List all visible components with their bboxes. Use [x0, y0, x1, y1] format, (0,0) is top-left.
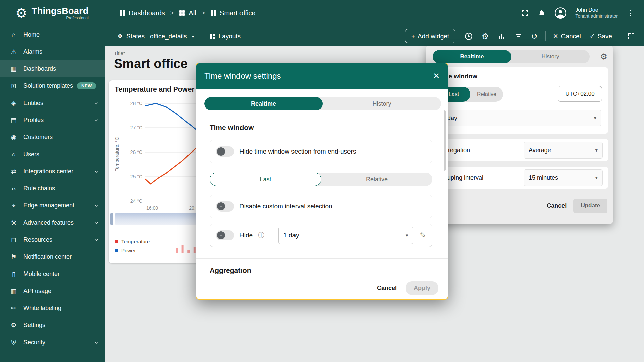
hide-time-window-toggle[interactable]: − [216, 146, 234, 157]
sidebar-item-mobile-center[interactable]: ▯Mobile center [0, 265, 105, 283]
panel-interval-select[interactable]: 1 day ▾ [437, 110, 601, 126]
info-icon[interactable]: ⓘ [258, 231, 264, 240]
api-usage-icon: ▥ [9, 287, 19, 295]
sidebar-item-settings[interactable]: ⚙Settings [0, 317, 105, 334]
hide-interval-row: − Hide ⓘ 1 day ▾ ✎ [210, 224, 432, 247]
modal-scrollbar[interactable] [444, 110, 446, 171]
panel-tab-realtime[interactable]: Realtime [433, 50, 511, 63]
svg-text:Temperature, °C: Temperature, °C [114, 137, 120, 171]
modal-tab-realtime[interactable]: Realtime [204, 97, 323, 110]
modal-interval-select[interactable]: 1 day ▾ [278, 227, 413, 244]
panel-cancel-button[interactable]: Cancel [547, 202, 567, 209]
sidebar-item-notification-center[interactable]: ⚑Notification center [0, 248, 105, 265]
panel-update-button[interactable]: Update [573, 199, 607, 213]
close-icon: ✕ [553, 32, 558, 40]
hide-interval-toggle[interactable]: − [216, 230, 234, 240]
time-window-settings-modal: Time window settings ✕ Realtime History … [196, 63, 448, 300]
grouping-interval-select[interactable]: 15 minutes ▾ [524, 169, 603, 186]
timezone-button[interactable]: UTC+02:00 [558, 86, 602, 102]
sidebar-item-edge-management[interactable]: ⌖Edge management [0, 197, 105, 214]
states-selector[interactable]: ❖ States office_details ▾ [117, 32, 194, 40]
aggregation-select[interactable]: Average ▾ [524, 142, 603, 159]
users-icon: ○ [9, 151, 19, 158]
modal-section-divider [196, 258, 448, 259]
sidebar-item-api-usage[interactable]: ▥API usage [0, 283, 105, 300]
sidebar-item-alarms[interactable]: ⚠Alarms [0, 43, 105, 60]
chevron-down-icon [94, 203, 99, 208]
breadcrumb-all[interactable]: All [179, 9, 196, 17]
sidebar-item-home[interactable]: ⌂Home [0, 26, 105, 43]
breadcrumb-separator: > [170, 10, 174, 17]
disable-custom-interval-row: − Disable custom interval selection [210, 195, 432, 218]
legend-item-temperature[interactable]: Temperature [115, 239, 150, 244]
panel-settings-gear-icon[interactable]: ⚙ [600, 52, 607, 61]
dashboard-grid-icon [179, 10, 185, 16]
entity-aliases-chart-icon[interactable] [498, 32, 506, 40]
add-widget-button[interactable]: + Add widget [405, 29, 455, 43]
version-history-icon[interactable]: ↺ [531, 32, 538, 41]
sidebar-item-entities[interactable]: ◈Entities [0, 95, 105, 112]
modal-relative-option[interactable]: Relative [321, 173, 432, 186]
range-selector-handle[interactable] [110, 213, 113, 225]
filters-icon[interactable] [515, 32, 523, 40]
sidebar-item-label: API usage [23, 288, 51, 295]
sidebar-item-dashboards[interactable]: ▦Dashboards [0, 60, 105, 77]
sidebar-item-label: Integrations center [23, 168, 73, 175]
top-header: ⚙ ThingsBoard Professional Dashboards > … [0, 0, 644, 26]
sidebar-item-customers[interactable]: ◉Customers [0, 129, 105, 146]
sidebar-item-rule-chains[interactable]: ‹›Rule chains [0, 180, 105, 197]
thingsboard-logo[interactable]: ⚙ ThingsBoard Professional [0, 6, 105, 20]
panel-relative-option[interactable]: Relative [470, 87, 503, 102]
modal-tabs: Realtime History [204, 97, 441, 110]
sidebar-item-resources[interactable]: ⊟Resources [0, 231, 105, 248]
sidebar-item-users[interactable]: ○Users [0, 146, 105, 163]
edit-pencil-icon[interactable]: ✎ [420, 231, 426, 240]
sidebar-item-solution-templates[interactable]: ⊞Solution templatesNEW [0, 77, 105, 95]
sidebar-item-profiles[interactable]: ▤Profiles [0, 112, 105, 129]
sidebar-item-integrations-center[interactable]: ⇄Integrations center [0, 163, 105, 180]
cancel-edit-button[interactable]: ✕ Cancel [553, 32, 581, 40]
panel-tab-history[interactable]: History [511, 50, 590, 63]
sidebar-item-label: Security [23, 339, 45, 346]
disable-custom-interval-toggle[interactable]: − [216, 201, 234, 212]
modal-cancel-button[interactable]: Cancel [377, 285, 397, 292]
legend-item-power[interactable]: Power [115, 248, 150, 253]
white-labeling-icon: ✑ [9, 304, 19, 312]
sidebar-item-security[interactable]: ⛨Security [0, 334, 105, 351]
fullscreen-icon[interactable] [521, 9, 529, 17]
sidebar-item-white-labeling[interactable]: ✑White labeling [0, 300, 105, 317]
svg-text:27 °C: 27 °C [130, 125, 142, 130]
advanced-features-icon: ⚒ [9, 219, 19, 227]
modal-header: Time window settings ✕ [196, 63, 448, 89]
toggle-thumb: − [217, 147, 225, 156]
sidebar: ⌂Home⚠Alarms▦Dashboards⊞Solution templat… [0, 26, 105, 362]
states-value: office_details [150, 33, 187, 40]
legend-label: Temperature [121, 239, 150, 244]
notifications-bell-icon[interactable] [538, 9, 546, 17]
save-button[interactable]: ✓ Save [590, 32, 612, 40]
sidebar-item-label: Solution templates [23, 82, 73, 89]
breadcrumb-separator: > [202, 10, 205, 17]
notification-center-icon: ⚑ [9, 253, 19, 261]
dashboard-grid-icon [210, 10, 216, 16]
time-window-clock-icon[interactable] [464, 32, 473, 41]
toolbar-fullscreen-icon[interactable] [627, 32, 635, 40]
alarms-icon: ⚠ [9, 48, 19, 56]
modal-tab-history[interactable]: History [323, 97, 441, 110]
breadcrumb-smart-office[interactable]: Smart office [210, 9, 255, 17]
dashboard-settings-gear-icon[interactable]: ⚙ [482, 32, 489, 41]
chevron-down-icon [94, 169, 99, 174]
chevron-down-icon: ▾ [406, 232, 408, 238]
dashboard-title-input[interactable]: Smart office [114, 57, 188, 71]
sidebar-item-advanced-features[interactable]: ⚒Advanced features [0, 214, 105, 231]
user-avatar[interactable] [554, 7, 567, 19]
layouts-button[interactable]: Layouts [209, 33, 241, 40]
modal-last-option[interactable]: Last [210, 173, 321, 186]
sidebar-item-label: Rule chains [23, 185, 55, 192]
breadcrumb-dashboards[interactable]: Dashboards [119, 9, 165, 17]
edge-management-icon: ⌖ [9, 202, 19, 209]
modal-apply-button[interactable]: Apply [406, 281, 438, 295]
modal-close-icon[interactable]: ✕ [433, 71, 440, 81]
kebab-menu-icon[interactable]: ⋮ [627, 8, 635, 18]
dashboards-icon: ▦ [9, 65, 19, 73]
